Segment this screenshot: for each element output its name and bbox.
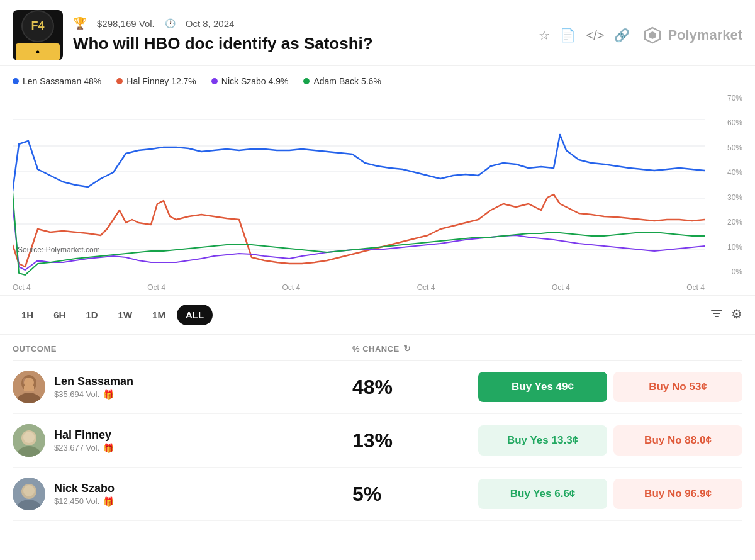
- avatar-hal: [13, 424, 45, 457]
- buy-yes-hal[interactable]: Buy Yes 13.3¢: [478, 425, 607, 456]
- outcome-row-len: Len Sassaman $35,694 Vol. 🎁 48% Buy Yes …: [13, 361, 742, 414]
- buy-no-nick[interactable]: Buy No 96.9¢: [613, 479, 742, 509]
- time-btn-all[interactable]: ALL: [177, 305, 213, 325]
- link-icon[interactable]: 🔗: [614, 28, 630, 43]
- line-adam: [13, 191, 705, 275]
- source-label: Source: Polymarket.com: [18, 245, 100, 254]
- legend-label-adam: Adam Back 5.6%: [313, 76, 381, 86]
- outcome-name-hal: Hal Finney: [54, 428, 352, 442]
- buy-yes-len[interactable]: Buy Yes 49¢: [478, 372, 607, 402]
- time-controls: 1H 6H 1D 1W 1M ALL ⚙: [0, 295, 755, 335]
- polymarket-logo: [642, 25, 663, 45]
- legend: Len Sassaman 48% Hal Finney 12.7% Nick S…: [13, 76, 742, 86]
- legend-dot-nick: [211, 78, 218, 84]
- legend-label-nick: Nick Szabo 4.9%: [221, 76, 289, 86]
- outcomes-section: OUTCOME % CHANCE ↻ Len Sassaman: [0, 335, 755, 521]
- legend-hal: Hal Finney 12.7%: [116, 76, 196, 86]
- polymarket-name: Polymarket: [668, 27, 742, 43]
- x-label-3: Oct 4: [282, 283, 301, 292]
- clock-icon: 🕐: [165, 18, 176, 28]
- x-label-6: Oct 4: [686, 283, 705, 292]
- avatar-nick: [13, 478, 45, 510]
- outcome-chance-hal: 13%: [352, 429, 478, 452]
- svg-marker-1: [649, 31, 656, 39]
- filter-icon[interactable]: [710, 306, 724, 323]
- y-label-20: 20%: [708, 218, 742, 227]
- gift-icon-hal[interactable]: 🎁: [103, 443, 114, 453]
- document-icon[interactable]: 📄: [560, 28, 576, 43]
- outcome-vol-len: $35,694 Vol. 🎁: [54, 389, 352, 400]
- refresh-icon[interactable]: ↻: [403, 344, 411, 354]
- y-label-50: 50%: [708, 143, 742, 152]
- date-text: Oct 8, 2024: [186, 18, 235, 29]
- time-btn-1d[interactable]: 1D: [77, 305, 106, 325]
- header-meta: 🏆 $298,169 Vol. 🕐 Oct 8, 2024 Who will H…: [73, 16, 539, 53]
- trophy-icon: 🏆: [73, 16, 87, 30]
- legend-dot-adam: [303, 78, 310, 84]
- avatar-svg-nick: [13, 478, 45, 510]
- outcome-actions-hal: Buy Yes 13.3¢ Buy No 88.0¢: [478, 425, 742, 456]
- buy-no-len[interactable]: Buy No 53¢: [613, 372, 742, 402]
- page-wrapper: F4 ● 🏆 $298,169 Vol. 🕐 Oct 8, 2024 Who w…: [0, 0, 755, 521]
- legend-nick: Nick Szabo 4.9%: [211, 76, 289, 86]
- avatar-svg-hal: [13, 424, 45, 457]
- buy-no-hal[interactable]: Buy No 88.0¢: [613, 425, 742, 456]
- y-label-60: 60%: [708, 118, 742, 127]
- legend-len: Len Sassaman 48%: [13, 76, 101, 86]
- polymarket-brand: Polymarket: [642, 25, 742, 45]
- chart-section: Len Sassaman 48% Hal Finney 12.7% Nick S…: [0, 66, 755, 295]
- legend-label-hal: Hal Finney 12.7%: [126, 76, 196, 86]
- volume-text: $298,169 Vol.: [97, 18, 155, 29]
- outcome-col-header: OUTCOME: [13, 344, 352, 354]
- legend-dot-len: [13, 78, 19, 84]
- page-title: Who will HBO doc identify as Satoshi?: [73, 34, 539, 53]
- avatar-svg-len: [13, 371, 45, 403]
- outcome-info-hal: Hal Finney $23,677 Vol. 🎁: [54, 428, 352, 453]
- legend-dot-hal: [116, 78, 123, 84]
- outcome-vol-hal: $23,677 Vol. 🎁: [54, 443, 352, 453]
- svg-point-26: [23, 485, 35, 496]
- vol-text-len: $35,694 Vol.: [54, 389, 99, 399]
- chart-container: Source: Polymarket.com 70% 60% 50% 40% 3…: [13, 94, 742, 295]
- header-icons: ☆ 📄 </> 🔗: [539, 28, 630, 43]
- outcome-chance-nick: 5%: [352, 483, 478, 506]
- settings-icon[interactable]: ⚙: [731, 306, 742, 323]
- time-btn-1h[interactable]: 1H: [13, 305, 42, 325]
- legend-adam: Adam Back 5.6%: [303, 76, 381, 86]
- outcome-chance-len: 48%: [352, 376, 478, 399]
- legend-label-len: Len Sassaman 48%: [23, 76, 101, 86]
- time-btn-6h[interactable]: 6H: [45, 305, 74, 325]
- outcome-row-nick: Nick Szabo $12,450 Vol. 🎁 5% Buy Yes 6.6…: [13, 468, 742, 521]
- x-label-5: Oct 4: [552, 283, 570, 292]
- gift-icon-nick[interactable]: 🎁: [103, 496, 114, 507]
- vol-text-hal: $23,677 Vol.: [54, 443, 99, 452]
- time-btn-1w[interactable]: 1W: [109, 305, 142, 325]
- outcome-actions-len: Buy Yes 49¢ Buy No 53¢: [478, 372, 742, 402]
- y-label-10: 10%: [708, 243, 742, 252]
- chance-label: % CHANCE: [352, 344, 400, 354]
- code-icon[interactable]: </>: [586, 28, 604, 43]
- line-len: [13, 135, 705, 191]
- avatar: F4 ●: [13, 10, 63, 60]
- outcome-info-len: Len Sassaman $35,694 Vol. 🎁: [54, 375, 352, 400]
- outcome-vol-nick: $12,450 Vol. 🎁: [54, 496, 352, 507]
- y-axis: 70% 60% 50% 40% 30% 20% 10% 0%: [708, 94, 742, 276]
- outcome-name-len: Len Sassaman: [54, 375, 352, 388]
- gift-icon-len[interactable]: 🎁: [103, 389, 114, 400]
- header: F4 ● 🏆 $298,169 Vol. 🕐 Oct 8, 2024 Who w…: [0, 0, 755, 66]
- buy-yes-nick[interactable]: Buy Yes 6.6¢: [478, 479, 607, 509]
- x-label-1: Oct 4: [13, 283, 31, 292]
- chart-svg: [13, 94, 705, 276]
- y-label-70: 70%: [708, 94, 742, 103]
- svg-rect-18: [24, 386, 34, 391]
- y-label-0: 0%: [708, 267, 742, 276]
- star-icon[interactable]: ☆: [539, 28, 550, 43]
- time-btn-1m[interactable]: 1M: [143, 305, 174, 325]
- avatar-len: [13, 371, 45, 403]
- x-axis: Oct 4 Oct 4 Oct 4 Oct 4 Oct 4 Oct 4: [13, 280, 705, 295]
- x-label-2: Oct 4: [147, 283, 165, 292]
- outcome-info-nick: Nick Szabo $12,450 Vol. 🎁: [54, 482, 352, 507]
- svg-point-22: [23, 432, 35, 443]
- vol-text-nick: $12,450 Vol.: [54, 496, 99, 506]
- chart-area: Source: Polymarket.com: [13, 94, 705, 276]
